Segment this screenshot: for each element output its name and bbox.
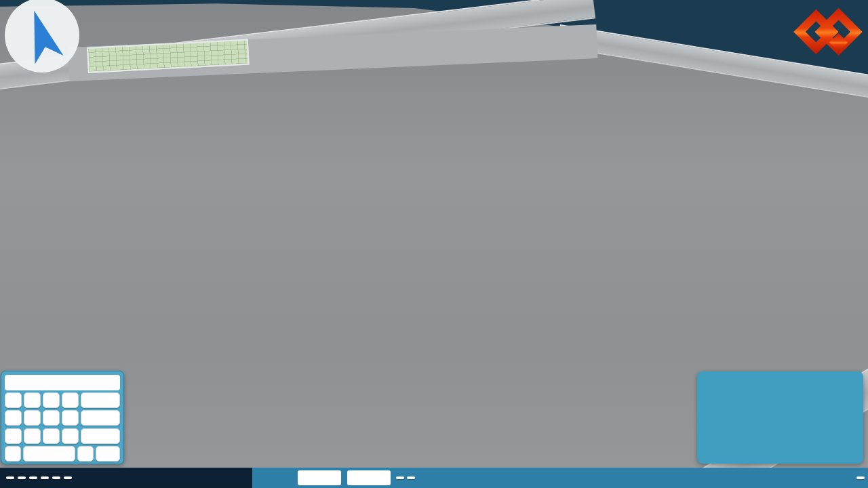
exit-button[interactable] bbox=[856, 476, 865, 479]
history-prev-button[interactable] bbox=[5, 446, 21, 462]
key-2[interactable] bbox=[24, 392, 41, 408]
company-logo-icon bbox=[791, 4, 863, 61]
key-3[interactable] bbox=[43, 392, 60, 408]
key-8[interactable] bbox=[62, 410, 79, 426]
key-7[interactable] bbox=[43, 410, 60, 426]
locate-button[interactable] bbox=[396, 476, 404, 479]
clear-button[interactable] bbox=[81, 410, 120, 426]
key-1[interactable] bbox=[5, 392, 22, 408]
find-pile-button[interactable] bbox=[81, 428, 120, 444]
enter-input-1[interactable] bbox=[298, 470, 341, 485]
phase2-button[interactable] bbox=[52, 476, 60, 479]
key-0[interactable] bbox=[24, 428, 41, 444]
toolbar-left-section bbox=[0, 468, 252, 488]
view-history-button[interactable] bbox=[23, 446, 75, 462]
enter-input-2[interactable] bbox=[347, 470, 391, 485]
keypad-panel bbox=[1, 371, 124, 464]
toolbar-right-section bbox=[252, 468, 868, 488]
phase4-locate-button[interactable] bbox=[407, 476, 415, 479]
phase1-button[interactable] bbox=[41, 476, 49, 479]
find-device-button[interactable] bbox=[96, 446, 120, 462]
timestamp-input[interactable] bbox=[5, 375, 120, 390]
refresh-button[interactable] bbox=[6, 476, 14, 479]
key-5[interactable] bbox=[5, 410, 22, 426]
keymouse-mode-button[interactable] bbox=[18, 476, 26, 479]
key-s[interactable] bbox=[43, 428, 60, 444]
key-4[interactable] bbox=[62, 392, 79, 408]
bottom-toolbar bbox=[0, 468, 868, 488]
history-next-button[interactable] bbox=[77, 446, 94, 462]
phase4-button[interactable] bbox=[64, 476, 72, 479]
key-r[interactable] bbox=[62, 428, 79, 444]
compass[interactable] bbox=[1, 0, 81, 77]
mouse-mode-button[interactable] bbox=[29, 476, 37, 479]
key-sr[interactable] bbox=[81, 392, 120, 408]
key-6[interactable] bbox=[24, 410, 41, 426]
key-9[interactable] bbox=[5, 428, 22, 444]
coal-yard-3d-app bbox=[0, 0, 868, 488]
pile-info-panel bbox=[697, 371, 863, 464]
